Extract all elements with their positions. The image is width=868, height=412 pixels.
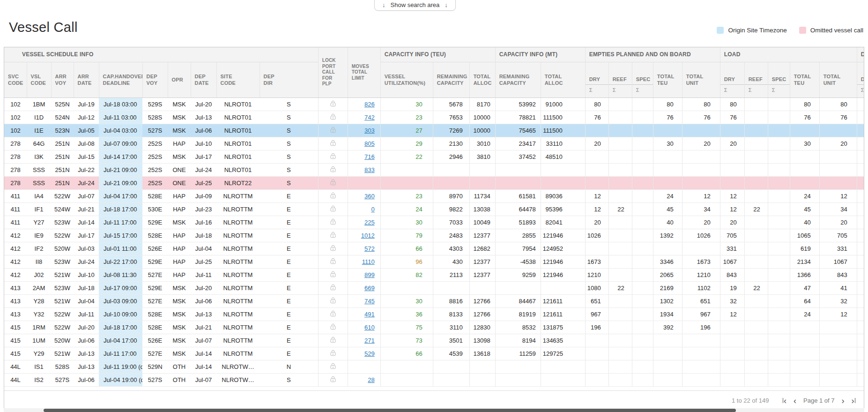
lock-port-call-icon[interactable] [330, 323, 336, 330]
table-row[interactable]: 411IA4522WJul-07Jul-04 17:00528EHAPJul-0… [4, 189, 864, 202]
col-header-deadline[interactable]: CAP.HANDOVER DEADLINE [99, 62, 142, 97]
table-row[interactable]: 278I3K251NJul-15Jul-14 17:00252SMSKJul-1… [4, 150, 864, 163]
moves-total-limit-link[interactable]: 271 [364, 337, 375, 344]
col-header-arr_date[interactable]: ARR DATE [74, 62, 99, 97]
moves-total-limit-link[interactable]: 1110 [362, 258, 375, 265]
col-header-vsl[interactable]: VSL CODE [27, 62, 51, 97]
lock-port-call-icon[interactable] [330, 310, 336, 317]
col-header-arr_voy[interactable]: ARR VOY [51, 62, 74, 97]
col-header-rem_teu[interactable]: REMAINING CAPACITY [433, 62, 469, 97]
lock-port-call-icon[interactable] [330, 153, 336, 159]
col-header-dep_voy[interactable]: DEP VOY [142, 62, 168, 97]
table-row[interactable]: 102I1D524NJul-12Jul-11 03:00528SMSKJul-1… [4, 111, 864, 124]
table-row[interactable]: 278SSS251NJul-24Jul-21 09:00252SONEJul-2… [4, 176, 864, 189]
moves-total-limit-link[interactable]: 360 [364, 193, 375, 200]
table-row[interactable]: 411IF1524WJul-21Jul-18 17:00530EHAPJul-2… [4, 202, 864, 216]
moves-total-limit-link[interactable]: 491 [364, 311, 375, 318]
moves-total-limit-link[interactable]: 742 [364, 114, 375, 121]
col-header-e_reef[interactable]: REEFΣ [608, 62, 632, 97]
col-header-e_teu[interactable]: TOTAL TEU [653, 62, 682, 97]
moves-total-limit-link[interactable]: 899 [364, 271, 375, 278]
moves-total-limit-link[interactable]: 716 [364, 153, 375, 160]
table-row[interactable]: 4132AM523WJul-18Jul-17 09:00529EMSKJul-2… [4, 281, 864, 294]
col-header-rem_mt[interactable]: REMAINING CAPACITY [495, 62, 541, 97]
moves-total-limit-link[interactable]: 0 [371, 206, 374, 213]
table-row[interactable]: 412IF2520WJul-03Jul-01 11:00526EHAPJul-0… [4, 242, 864, 255]
table-row[interactable]: 4151RM522WJul-20Jul-18 17:00528EMSKJul-2… [4, 321, 864, 334]
moves-total-limit-link[interactable]: 225 [364, 219, 375, 226]
col-header-lock[interactable]: LOCK PORT CALL FOR PLP [318, 47, 348, 97]
moves-total-limit-link[interactable]: 1012 [361, 232, 375, 239]
lock-port-call-icon[interactable] [330, 166, 336, 172]
lock-port-call-icon[interactable] [330, 100, 336, 107]
first-page-button[interactable]: ‹ [783, 397, 787, 404]
moves-total-limit-link[interactable]: 572 [364, 245, 375, 252]
show-search-area-button[interactable]: ↓ Show search area ↓ [374, 0, 456, 11]
lock-port-call-icon[interactable] [330, 337, 336, 343]
lock-port-call-icon[interactable] [330, 192, 336, 199]
col-header-e_spec[interactable]: SPECΣ [632, 62, 653, 97]
table-row[interactable]: 412J02521WJul-10Jul-08 11:30527EHAPJul-1… [4, 268, 864, 281]
col-header-alloc_teu[interactable]: TOTAL ALLOC [469, 62, 495, 97]
lock-port-call-icon[interactable] [330, 350, 336, 356]
col-header-site[interactable]: SITE CODE [216, 62, 260, 97]
table-row[interactable]: 278SSS251NJul-22Jul-21 09:00252SONEJul-2… [4, 163, 864, 176]
horizontal-scrollbar[interactable] [4, 408, 864, 412]
col-header-util[interactable]: VESSEL UTILIZATION(%) [380, 62, 433, 97]
lock-port-call-icon[interactable] [330, 363, 336, 369]
table-row[interactable]: 27864G251NJul-08Jul-07 09:00252SHAPJul-1… [4, 137, 864, 150]
previous-page-button[interactable]: ‹ [794, 397, 796, 404]
lock-port-call-icon[interactable] [330, 127, 336, 133]
moves-total-limit-link[interactable]: 826 [364, 101, 375, 108]
col-header-alloc_mt[interactable]: TOTAL ALLOC [541, 62, 585, 97]
lock-port-call-icon[interactable] [330, 232, 336, 238]
table-row[interactable]: 4151UM520WJul-06Jul-04 17:00526EMSKJul-0… [4, 334, 864, 347]
table-row[interactable]: 44LIS2527SJul-06Jul-04 19:00 (d…527SOTHJ… [4, 373, 864, 386]
lock-port-call-icon[interactable] [330, 245, 336, 251]
col-header-dep_dir[interactable]: DEP DIR [260, 62, 318, 97]
moves-total-limit-link[interactable]: 303 [364, 127, 375, 134]
lock-port-call-icon[interactable] [330, 113, 336, 120]
col-header-svc[interactable]: SVC CODE [4, 62, 27, 97]
col-header-e_dry[interactable]: DRYΣ [585, 62, 608, 97]
col-header-l_spec[interactable]: SPECΣ [768, 62, 790, 97]
lock-port-call-icon[interactable] [330, 376, 336, 382]
last-page-button[interactable]: › [852, 397, 856, 404]
col-header-dep_date[interactable]: DEP DATE [191, 62, 216, 97]
lock-port-call-icon[interactable] [330, 258, 336, 264]
col-header-opr[interactable]: OPR [168, 62, 191, 97]
col-header-l_teu[interactable]: TOTAL TEU [790, 62, 819, 97]
horizontal-scrollbar-thumb[interactable] [44, 409, 736, 412]
lock-port-call-icon[interactable] [330, 271, 336, 277]
table-row[interactable]: 412IE9522WJul-17Jul-15 17:00528EHAPJul-1… [4, 229, 864, 242]
next-page-button[interactable]: › [842, 397, 845, 404]
col-header-l_unit[interactable]: TOTAL UNIT [819, 62, 857, 97]
moves-total-limit-link[interactable]: 669 [364, 285, 375, 292]
table-row[interactable]: 1021BM525NJul-19Jul-18 03:00529SMSKJul-2… [4, 97, 864, 111]
lock-port-call-icon[interactable] [330, 140, 336, 146]
lock-port-call-icon[interactable] [330, 205, 336, 212]
col-header-e_unit[interactable]: TOTAL UNIT [682, 62, 720, 97]
moves-total-limit-link[interactable]: 833 [364, 166, 375, 173]
table-row[interactable]: 413Y32522WJul-11Jul-10 09:00528EMSKJul-1… [4, 307, 864, 321]
col-header-l_reef[interactable]: REEFΣ [744, 62, 768, 97]
moves-total-limit-link[interactable]: 805 [364, 140, 375, 147]
table-row[interactable]: 415Y29521WJul-13Jul-11 17:00527EMSKJul-1… [4, 347, 864, 360]
col-header-moves[interactable]: MOVES TOTAL LIMIT [348, 47, 380, 97]
cell-e_teu [653, 150, 682, 163]
table-row[interactable]: 44LIS1528SJul-13Jul-11 19:00 (de…529NOTH… [4, 360, 864, 373]
moves-total-limit-link[interactable]: 745 [364, 298, 375, 305]
col-header-l_dry[interactable]: DRYΣ [720, 62, 744, 97]
table-row[interactable]: 412II8523WJul-24Jul-22 17:00529EHAPJul-2… [4, 255, 864, 268]
moves-total-limit-link[interactable]: 610 [364, 324, 375, 331]
table-row[interactable]: 413Y28521WJul-04Jul-03 09:00527EMSKJul-0… [4, 294, 864, 307]
moves-total-limit-link[interactable]: 28 [368, 376, 374, 383]
moves-total-limit-link[interactable]: 529 [364, 350, 375, 357]
table-row[interactable]: 102I1E523NJul-05Jul-04 03:00527SMSKJul-0… [4, 124, 864, 137]
lock-port-call-icon[interactable] [330, 284, 336, 291]
lock-port-call-icon[interactable] [330, 179, 336, 186]
lock-port-call-icon[interactable] [330, 297, 336, 304]
lock-port-call-icon[interactable] [330, 218, 336, 225]
col-header-cut[interactable]: DΣ [857, 62, 864, 97]
table-row[interactable]: 411Y27523WJul-14Jul-11 17:00529EMSKJul-1… [4, 216, 864, 229]
